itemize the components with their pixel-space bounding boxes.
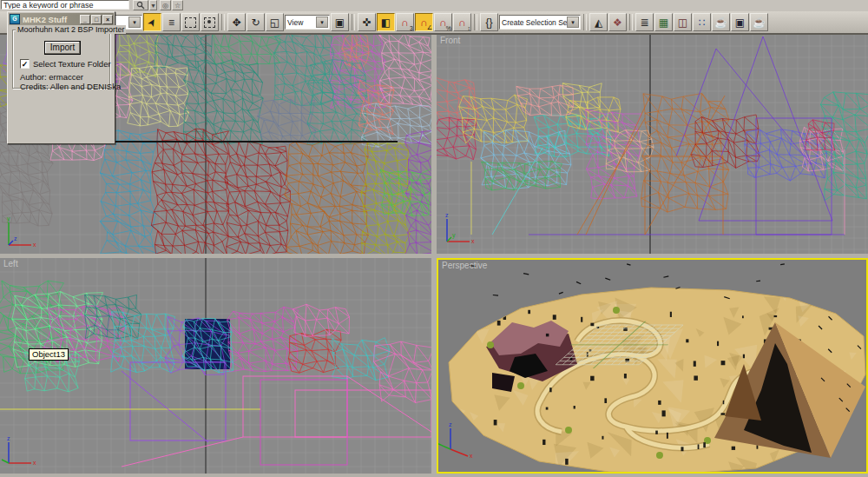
mirror-icon: ◭ <box>595 17 602 29</box>
material-editor-icon: ∷ <box>699 17 706 29</box>
snap-3d-button[interactable]: ∩3 <box>396 13 414 31</box>
maximize-button[interactable]: □ <box>91 15 102 24</box>
dialog-title: MHK2 Stuff <box>23 15 79 24</box>
mhk2-stuff-dialog: G MHK2 Stuff _ □ × Moorhuhn Kart 2 BSP I… <box>7 11 115 144</box>
viewport-left[interactable]: Left xzy Object13 <box>0 258 431 474</box>
credits-line: Credits: Allen and DENISka <box>20 82 121 91</box>
toolbar-separator <box>352 14 355 30</box>
select-and-manipulate-button[interactable]: ✜ <box>358 13 376 31</box>
toolbar-separator <box>629 14 633 30</box>
toolbar-separator <box>583 14 587 30</box>
layer-manager-icon: ≣ <box>640 17 648 29</box>
maxscript-dialog-icon: G <box>10 14 20 24</box>
use-pivot-point-button[interactable]: ▣ <box>331 13 349 31</box>
angle-snap-button[interactable]: ∩∠ <box>415 13 433 31</box>
svg-text:y: y <box>452 232 456 239</box>
viewport-perspective[interactable]: Perspective xzy <box>437 258 868 474</box>
select-and-rotate-icon: ↻ <box>251 17 260 29</box>
quick-render-button[interactable]: ☕ <box>750 13 768 31</box>
spinner-snap-icon: ∩ <box>458 17 466 29</box>
chevron-down-icon[interactable]: ▾ <box>316 17 328 28</box>
importer-groupbox-title: Moorhuhn Kart 2 BSP Importer <box>16 25 126 34</box>
reference-coordinate-system-combo[interactable]: View▾ <box>285 15 330 30</box>
chevron-down-icon[interactable]: ▾ <box>128 17 141 28</box>
select-and-manipulate-icon: ✜ <box>362 17 371 29</box>
viewport-front[interactable]: Front xzy <box>437 35 868 254</box>
minimize-button[interactable]: _ <box>80 15 90 24</box>
named-selection-sets-combo[interactable]: Create Selection Set▾ <box>499 15 581 30</box>
align-icon: ❖ <box>613 17 622 29</box>
svg-text:y: y <box>7 215 10 222</box>
svg-text:z: z <box>449 421 452 427</box>
object-tooltip: Object13 <box>29 348 69 361</box>
align-button[interactable]: ❖ <box>608 13 627 31</box>
schematic-view-icon: ◫ <box>678 17 687 29</box>
importer-groupbox: Moorhuhn Kart 2 BSP Importer Import ✓ Se… <box>12 30 110 89</box>
use-pivot-point-icon: ▣ <box>335 17 345 29</box>
infocenter-bar: ▾ ◎ ☆ <box>0 0 868 11</box>
import-button[interactable]: Import <box>44 41 81 55</box>
select-texture-folder-checkbox[interactable]: ✓ <box>20 59 30 69</box>
favorites-star-icon[interactable]: ☆ <box>172 0 183 10</box>
toolbar-separator <box>474 14 477 30</box>
app-root: ▾ ◎ ☆ ▾➤≡✥↻◱View▾▣✜◧∩3∩∠∩%∩↕{}Create Sel… <box>0 0 868 477</box>
chevron-down-icon[interactable]: ▾ <box>567 17 579 28</box>
dialog-titlebar[interactable]: G MHK2 Stuff _ □ × <box>9 13 114 25</box>
viewport-label-front[interactable]: Front <box>440 36 460 45</box>
rendered-frame-icon: ▣ <box>735 17 745 29</box>
select-and-scale-button[interactable]: ◱ <box>266 13 284 31</box>
dashed-region-icon <box>204 17 215 28</box>
svg-text:x: x <box>471 238 475 244</box>
rendered-frame-button[interactable]: ▣ <box>731 13 749 31</box>
svg-text:z: z <box>14 235 17 242</box>
dashed-region-icon <box>185 17 196 28</box>
rectangular-selection-region-button[interactable] <box>181 13 200 31</box>
edit-named-selection-sets-button[interactable]: {} <box>480 13 498 31</box>
snap-3d-icon: ∩ <box>401 17 409 29</box>
select-and-scale-icon: ◱ <box>270 17 279 29</box>
select-object-icon: ➤ <box>145 16 160 30</box>
snap-toggle-icon: ◧ <box>381 17 391 29</box>
window-crossing-toggle-button[interactable] <box>201 13 219 31</box>
svg-text:z: z <box>445 212 449 218</box>
select-and-move-icon: ✥ <box>232 17 240 29</box>
schematic-view-button[interactable]: ◫ <box>674 13 692 31</box>
checkbox-label: Select Texture Folder <box>33 59 111 69</box>
svg-text:x: x <box>33 242 36 248</box>
search-options-arrow-icon[interactable]: ▾ <box>149 0 157 10</box>
edit-named-selection-sets-icon: {} <box>485 17 492 29</box>
viewport-label-perspective[interactable]: Perspective <box>442 261 487 270</box>
viewport-label-left[interactable]: Left <box>3 259 18 268</box>
reference-coordinate-system-combo-label: View <box>287 18 303 27</box>
toolbar-separator <box>221 14 225 30</box>
select-by-name-icon: ≡ <box>168 17 174 29</box>
select-by-name-button[interactable]: ≡ <box>162 13 181 31</box>
mirror-button[interactable]: ◭ <box>589 13 608 31</box>
layer-manager-button[interactable]: ≣ <box>635 13 654 31</box>
snap-toggle-button[interactable]: ◧ <box>377 13 395 31</box>
svg-text:z: z <box>7 435 10 441</box>
svg-text:x: x <box>470 453 473 459</box>
author-line: Author: ermaccer <box>20 72 83 82</box>
svg-text:x: x <box>33 460 36 466</box>
material-editor-button[interactable]: ∷ <box>693 13 711 31</box>
curve-editor-icon: ▦ <box>659 17 668 29</box>
close-button[interactable]: × <box>102 15 113 24</box>
communication-center-icon[interactable]: ◎ <box>160 0 171 10</box>
search-icon[interactable] <box>133 0 148 10</box>
spinner-snap-button[interactable]: ∩↕ <box>453 13 471 31</box>
curve-editor-button[interactable]: ▦ <box>654 13 673 31</box>
render-setup-icon: ☕ <box>714 17 727 29</box>
named-selection-sets-combo-label: Create Selection Set <box>502 18 569 27</box>
select-object-button[interactable]: ➤ <box>143 13 161 31</box>
main-toolbar: ▾➤≡✥↻◱View▾▣✜◧∩3∩∠∩%∩↕{}Create Selection… <box>0 11 868 35</box>
select-and-move-button[interactable]: ✥ <box>227 13 246 31</box>
percent-snap-button[interactable]: ∩% <box>434 13 452 31</box>
render-setup-button[interactable]: ☕ <box>712 13 730 31</box>
select-and-rotate-button[interactable]: ↻ <box>247 13 265 31</box>
quick-render-icon: ☕ <box>753 17 766 29</box>
search-input[interactable] <box>1 0 129 10</box>
